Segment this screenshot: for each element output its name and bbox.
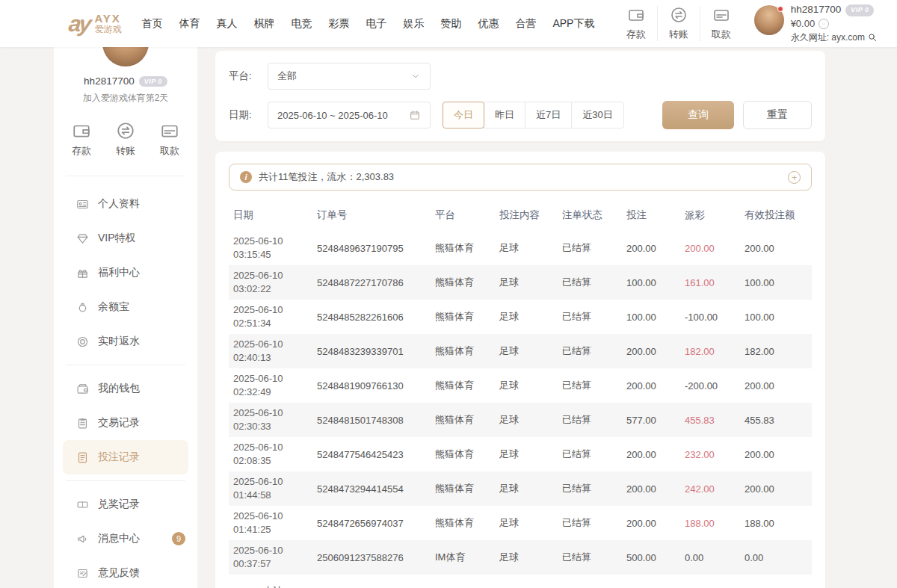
cell-bet-amount: 100.00	[622, 312, 680, 323]
cell-status: 已结算	[558, 344, 622, 358]
nav-item[interactable]: 合营	[507, 17, 544, 31]
sidebar-item[interactable]: 消息中心 9	[54, 522, 197, 556]
search-icon[interactable]	[867, 32, 878, 43]
cell-date: 2025-06-1002:40:13	[229, 338, 312, 364]
quick-range-button[interactable]: 今日	[443, 102, 484, 129]
nav-item[interactable]: APP下载	[544, 17, 602, 31]
sidebar-item[interactable]: 个人资料	[54, 187, 197, 221]
platform-select[interactable]: 全部	[268, 63, 431, 90]
cell-payout: 232.00	[680, 449, 740, 460]
bank-card-icon	[712, 6, 730, 24]
bank-card-icon	[160, 121, 179, 140]
user-avatar[interactable]	[754, 5, 784, 35]
ticket-icon	[76, 498, 89, 511]
nav-item[interactable]: 首页	[133, 17, 170, 31]
cell-status: 已结算	[558, 379, 622, 392]
table-row: 2025-06-1001:41:25 5248472656974037 熊猫体育…	[229, 506, 812, 540]
nav-item[interactable]: 赞助	[432, 17, 469, 31]
quick-action[interactable]: 转账	[658, 6, 700, 41]
sidebar-vip-badge: VIP 0	[139, 76, 167, 87]
sidebar-item[interactable]: 我的钱包	[54, 371, 197, 406]
cell-date: 2025-06-1002:51:34	[229, 303, 312, 329]
cell-payout: -100.00	[680, 312, 740, 323]
quick-action[interactable]: 取款	[700, 6, 742, 41]
nav-item[interactable]: 电竞	[283, 17, 320, 31]
cell-bet-content: 足球	[495, 551, 558, 564]
cell-order-number: 5248481501748308	[312, 415, 431, 426]
reset-button[interactable]: 重置	[743, 101, 812, 129]
nav-item[interactable]: 体育	[170, 17, 208, 31]
nav-item[interactable]: 优惠	[469, 17, 507, 31]
logo-subname: 爱游戏	[94, 25, 121, 34]
quick-range-button[interactable]: 近30日	[571, 102, 623, 129]
wallet-icon	[627, 6, 645, 24]
megaphone-icon	[76, 533, 89, 545]
cell-date: 2025-06-1002:30:33	[229, 406, 312, 433]
sidebar-item[interactable]: 意见反馈	[54, 556, 197, 588]
quick-action[interactable]: 存款	[615, 6, 658, 41]
cell-bet-content: 足球	[495, 413, 558, 427]
sidebar-item[interactable]: 交易记录	[54, 406, 197, 440]
document-icon	[76, 451, 89, 464]
cell-valid-amount: 200.00	[740, 483, 809, 495]
cell-valid-amount: 200.00	[740, 243, 809, 254]
table-row: 2025-06-1002:40:13 5248483239339701 熊猫体育…	[229, 334, 812, 368]
cell-status: 已结算	[558, 516, 622, 530]
date-range-value: 2025-06-10 ~ 2025-06-10	[277, 110, 388, 121]
table-row: 2025-06-1001:44:58 5248473294414554 熊猫体育…	[229, 471, 812, 506]
main-nav: 首页体育真人棋牌电竞彩票电子娱乐赞助优惠合营APP下载	[133, 17, 602, 31]
cell-valid-amount: 200.00	[740, 449, 809, 460]
nav-item[interactable]: 娱乐	[395, 17, 432, 31]
cell-valid-amount: 100.00	[740, 312, 809, 323]
nav-item[interactable]: 真人	[208, 17, 245, 31]
sidebar-item[interactable]: 实时返水	[54, 324, 197, 359]
quick-action[interactable]: 存款	[72, 121, 91, 158]
cell-payout: 455.83	[680, 415, 740, 426]
cell-date: 2025-06-1003:02:22	[229, 269, 312, 295]
divider	[66, 365, 185, 365]
cell-bet-amount: 100.00	[622, 277, 680, 288]
table-row: 2025-06-1002:51:34 5248485282261606 熊猫体育…	[229, 300, 812, 334]
quick-range-button[interactable]: 近7日	[525, 102, 572, 129]
cell-payout: 242.00	[680, 483, 740, 495]
subtotal-valid: 1825.83	[740, 586, 809, 588]
table-row: 2025-06-1000:37:57 2506091237588276 IM体育…	[229, 540, 812, 575]
nav-item[interactable]: 彩票	[320, 17, 357, 31]
purse-icon	[76, 383, 89, 395]
id-card-icon	[76, 198, 89, 211]
sidebar-item[interactable]: VIP特权	[54, 221, 197, 256]
cell-order-number: 5248485282261606	[312, 312, 431, 323]
table-row: 2025-06-1003:02:22 5248487227170786 熊猫体育…	[229, 265, 812, 300]
sidebar-item[interactable]: 投注记录	[63, 440, 188, 474]
cell-bet-amount: 200.00	[622, 449, 680, 460]
query-button[interactable]: 查询	[662, 101, 734, 129]
sidebar-item[interactable]: 余额宝	[54, 290, 197, 324]
nav-item[interactable]: 电子	[357, 17, 395, 31]
quick-action[interactable]: 转账	[116, 121, 135, 158]
nav-item[interactable]: 棋牌	[245, 17, 283, 31]
logo-name: AYX	[94, 13, 121, 25]
divider	[66, 480, 185, 481]
balance-amount: ¥0.00	[791, 18, 816, 30]
balance-dropdown-icon[interactable]	[819, 19, 829, 29]
cell-bet-amount: 200.00	[622, 346, 680, 357]
cell-bet-amount: 200.00	[622, 518, 680, 529]
feedback-icon	[76, 567, 89, 580]
sidebar-item[interactable]: 兑奖记录	[54, 487, 197, 522]
sidebar-username: hh2817700	[84, 75, 135, 87]
cell-date: 2025-06-1003:15:45	[229, 235, 312, 261]
quick-action[interactable]: 取款	[160, 121, 179, 158]
cell-bet-content: 足球	[495, 448, 558, 461]
cell-platform: 熊猫体育	[431, 413, 495, 427]
date-range-input[interactable]: 2025-06-10 ~ 2025-06-10	[268, 102, 431, 129]
gift-icon	[76, 267, 89, 279]
ayx-logo[interactable]: ay AYX 爱游戏	[69, 13, 121, 35]
main-content: 平台: 全部 日期: 2025-06-10 ~ 2025-06-10 今日昨日近…	[215, 51, 825, 588]
cell-status: 已结算	[558, 413, 622, 427]
chevron-down-icon	[410, 71, 421, 81]
quick-range-button[interactable]: 昨日	[484, 102, 525, 129]
column-header: 平台	[431, 208, 495, 222]
expand-plus-icon[interactable]: +	[788, 171, 801, 184]
sidebar-item[interactable]: 福利中心	[54, 256, 197, 290]
cell-platform: 熊猫体育	[431, 516, 495, 530]
